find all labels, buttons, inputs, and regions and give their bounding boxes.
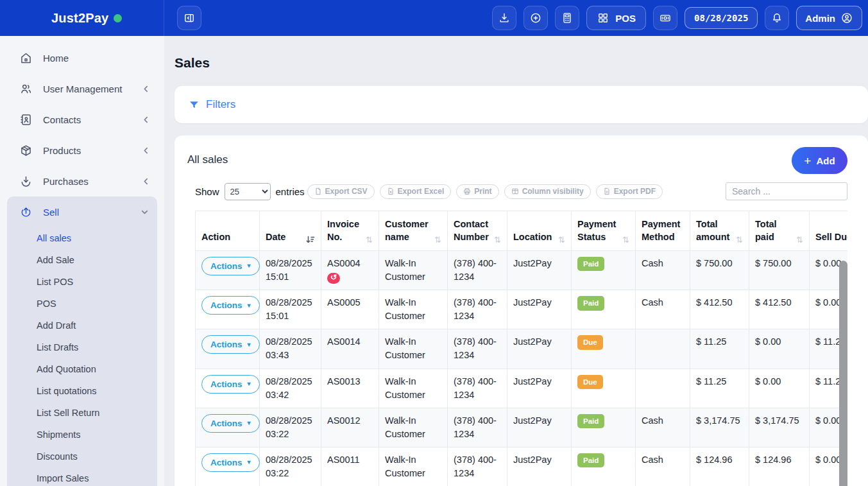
- sidebar-subitem-import-sales[interactable]: Import Sales: [7, 467, 157, 486]
- col-header-date[interactable]: Date: [260, 211, 321, 251]
- col-header-location[interactable]: Location⇅: [507, 211, 572, 251]
- chevron-left-icon: [142, 116, 150, 124]
- download-button[interactable]: [492, 6, 516, 30]
- cell-contact: (378) 400-1234: [448, 447, 507, 486]
- cell-total-amount: $ 11.25: [690, 329, 749, 369]
- col-header-payment-method: Payment Method: [636, 211, 690, 251]
- col-header-customer[interactable]: Customer name⇅: [379, 211, 448, 251]
- pos-button[interactable]: POS: [586, 6, 646, 30]
- sidebar-item-sell[interactable]: Sell: [7, 196, 157, 227]
- date-button[interactable]: 08/28/2025: [685, 7, 758, 29]
- sidebar-item-purchases[interactable]: Purchases: [0, 166, 164, 196]
- sidebar-item-home[interactable]: Home: [0, 42, 164, 73]
- caret-down-icon: ▾: [248, 459, 251, 465]
- table-row: Actions▾ 08/28/2025 03:22 AS0011 Walk-In…: [196, 447, 848, 486]
- col-label: Invoice No.: [327, 218, 363, 244]
- add-button[interactable]: + Add: [792, 147, 847, 174]
- actions-button[interactable]: Actions▾: [201, 335, 260, 354]
- user-circle-icon: [840, 12, 853, 24]
- sidebar-subitem-list-sell-return[interactable]: List Sell Return: [7, 402, 157, 424]
- sort-icon: ⇅: [494, 236, 501, 244]
- col-header-invoice[interactable]: Invoice No.⇅: [321, 211, 379, 251]
- export-pdf-button[interactable]: Export PDF: [596, 184, 663, 199]
- search-input[interactable]: [726, 182, 847, 200]
- cell-location: Just2Pay: [507, 447, 572, 486]
- col-header-total-paid[interactable]: Total paid⇅: [749, 211, 810, 251]
- sidebar-subitem-list-pos[interactable]: List POS: [7, 271, 157, 293]
- topbar-actions: POS 08/28/2025 Admin: [492, 6, 862, 30]
- actions-button[interactable]: Actions▾: [201, 375, 260, 394]
- cell-contact: (378) 400-1234: [448, 329, 507, 369]
- sort-icon: ⇅: [434, 236, 441, 244]
- cell-invoice: AS0013: [321, 369, 379, 408]
- actions-label: Actions: [210, 419, 243, 428]
- all-sales-card: All sales + Add Show 25 entries Export C…: [174, 135, 868, 486]
- actions-button[interactable]: Actions▾: [201, 296, 260, 315]
- actions-button[interactable]: Actions▾: [201, 414, 260, 433]
- sidebar-subitem-discounts[interactable]: Discounts: [7, 446, 157, 467]
- sidebar-item-user-management[interactable]: User Management: [0, 73, 164, 104]
- col-header-contact[interactable]: Contact Number⇅: [448, 211, 507, 251]
- vertical-scrollbar[interactable]: [839, 261, 847, 486]
- admin-menu-button[interactable]: Admin: [796, 6, 862, 30]
- cell-date: 08/28/2025 03:22: [260, 408, 321, 447]
- sidebar-item-label: Home: [43, 53, 69, 64]
- calculator-button[interactable]: [555, 6, 579, 30]
- cell-customer: Walk-In Customer: [379, 408, 448, 447]
- caret-down-icon: ▾: [248, 420, 251, 426]
- sidebar-item-contacts[interactable]: Contacts: [0, 104, 164, 135]
- cell-total-paid: $ 412.50: [749, 290, 810, 329]
- table-row: Actions▾ 08/28/2025 03:22 AS0012 Walk-In…: [196, 408, 848, 447]
- cell-total-paid: $ 3,174.75: [749, 408, 810, 447]
- bell-icon: [770, 12, 783, 24]
- sidebar-subitem-add-sale[interactable]: Add Sale: [7, 249, 157, 271]
- caret-down-icon: ▾: [248, 302, 251, 309]
- page-size-select[interactable]: 25: [225, 183, 271, 200]
- print-button[interactable]: Print: [456, 184, 498, 199]
- caret-down-icon: ▾: [248, 342, 251, 348]
- sidebar-item-products[interactable]: Products: [0, 135, 164, 166]
- add-circle-button[interactable]: [523, 6, 548, 30]
- chevron-left-icon: [142, 85, 150, 93]
- calculator-icon: [561, 12, 574, 24]
- export-excel-label: Export Excel: [398, 187, 445, 196]
- cash-register-button[interactable]: [653, 6, 677, 30]
- notifications-button[interactable]: [765, 6, 789, 30]
- sidebar-subitem-list-quotations[interactable]: List quotations: [7, 380, 157, 402]
- actions-button[interactable]: Actions▾: [201, 453, 260, 472]
- payment-status-badge: Paid: [577, 296, 604, 311]
- cell-date: 08/28/2025 15:01: [260, 250, 321, 290]
- col-header-total-amount[interactable]: Total amount⇅: [690, 211, 749, 251]
- cell-date: 08/28/2025 03:42: [260, 369, 321, 408]
- sales-table-container: Action Date Invoice No.⇅ Customer name⇅ …: [195, 211, 847, 486]
- upload-arrow-icon: [19, 205, 33, 219]
- cell-payment-status: Paid: [572, 447, 636, 486]
- sidebar-subitem-add-quotation[interactable]: Add Quotation: [7, 358, 157, 380]
- sidebar-subitem-all-sales[interactable]: All sales: [7, 227, 157, 249]
- pos-button-label: POS: [615, 13, 636, 24]
- cell-contact: (378) 400-1234: [448, 290, 507, 329]
- grid-icon: [597, 12, 609, 24]
- export-pdf-label: Export PDF: [614, 187, 656, 196]
- col-label: Location: [513, 230, 552, 243]
- export-excel-button[interactable]: Export Excel: [380, 184, 452, 199]
- cell-invoice: AS0014: [321, 329, 379, 369]
- cell-date: 08/28/2025 03:22: [260, 447, 321, 486]
- col-header-payment-status[interactable]: Payment Status⇅: [572, 211, 636, 251]
- collapse-sidebar-button[interactable]: [177, 6, 201, 30]
- sidebar-subitem-pos[interactable]: POS: [7, 293, 157, 315]
- export-csv-button[interactable]: Export CSV: [307, 184, 375, 199]
- file-csv-icon: [314, 187, 322, 195]
- sort-icon: ⇅: [736, 236, 743, 244]
- col-header-action: Action: [196, 211, 260, 251]
- cell-payment-status: Paid: [572, 408, 636, 447]
- add-button-label: Add: [816, 155, 835, 166]
- filters-panel[interactable]: Filters: [174, 86, 868, 123]
- print-label: Print: [474, 187, 491, 196]
- cell-invoice: AS0012: [321, 408, 379, 447]
- column-visibility-button[interactable]: Column visibility: [504, 184, 591, 199]
- sidebar-subitem-shipments[interactable]: Shipments: [7, 424, 157, 446]
- sidebar-subitem-list-drafts[interactable]: List Drafts: [7, 336, 157, 358]
- sidebar-subitem-add-draft[interactable]: Add Draft: [7, 315, 157, 336]
- actions-button[interactable]: Actions▾: [201, 257, 260, 275]
